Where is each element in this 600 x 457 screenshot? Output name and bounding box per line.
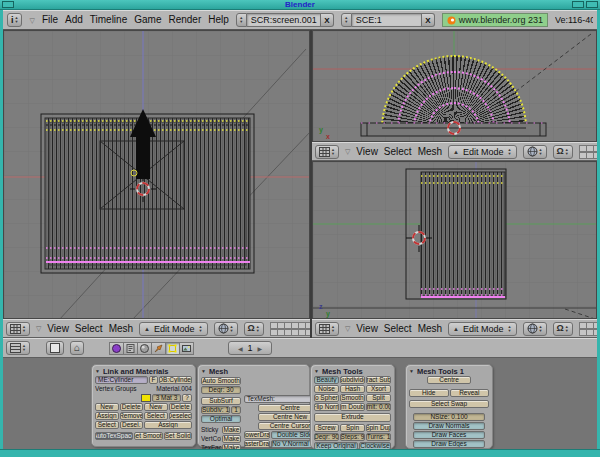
draw-normals-toggle[interactable]: Draw Normals [413,422,485,430]
frame-number-field[interactable]: ◀ 1 ▶ [228,341,272,355]
draw-mode-button[interactable]: ▲▼ [214,322,238,336]
optimal-toggle[interactable]: Optimal [201,415,241,423]
screen-delete-button[interactable]: X [321,13,334,27]
editing-context-button[interactable] [165,342,180,355]
beauty-toggle[interactable]: Beauty [314,376,339,384]
menu-file[interactable]: File [42,15,58,25]
draw-faces-toggle[interactable]: Draw Faces [413,431,485,439]
pivot-button[interactable]: Ω ▲▼ [553,145,573,159]
nsize-field[interactable]: NSize: 0.100 [413,413,485,421]
material-deselect-button[interactable]: Deselect [169,412,193,420]
home-button[interactable]: ⌂ [70,341,84,355]
menu-render[interactable]: Render [168,15,201,25]
fake-user-button[interactable]: F [149,376,158,384]
viewport-front[interactable] [3,30,310,319]
keep-original-toggle[interactable]: Keep Original [314,442,358,449]
logic-context-button[interactable] [109,342,124,355]
set-solid-button[interactable]: Set Solid [164,432,193,440]
limit-field[interactable]: Limit: 0.001 [366,403,391,411]
set-smooth-button[interactable]: Set Smooth [134,432,163,440]
maximize-button[interactable] [586,1,598,8]
to-sphere-button[interactable]: To Sphere [314,394,339,402]
menu-mesh[interactable]: Mesh [418,323,442,334]
menu-view[interactable]: View [47,323,69,334]
vgroup-new-button[interactable]: New [95,403,119,411]
material-select-button[interactable]: Select [144,412,168,420]
material-index-field[interactable]: 3 Mat 3 [152,394,181,402]
menu-select[interactable]: Select [384,323,412,334]
menu-view[interactable]: View [356,323,378,334]
faster-draw-button[interactable]: FasterDraw [244,440,270,448]
vgroup-assign-button[interactable]: Assign [95,412,119,420]
panel-collapse-icon[interactable]: ▼ [201,369,206,374]
panel-title[interactable]: Mesh [209,367,228,376]
scene-name-field[interactable]: SCE:1 [352,13,422,27]
panel-title[interactable]: Link and Materials [103,367,168,376]
rem-doubles-button[interactable]: Rem Doubles [340,403,365,411]
noise-button[interactable]: Noise [314,385,339,393]
xsort-button[interactable]: Xsort [366,385,391,393]
material-color-swatch[interactable] [141,394,151,402]
subdiv-field[interactable]: Subdiv: 1 [201,406,230,414]
frame-next-icon[interactable]: ▶ [258,345,263,352]
panel-title[interactable]: Mesh Tools [322,367,363,376]
panel-collapse-icon[interactable]: ▼ [314,369,319,374]
clockwise-toggle[interactable]: Clockwise [359,442,391,449]
menu-select[interactable]: Select [384,146,412,157]
screen-name-field[interactable]: SCR:screen.001 [247,13,321,27]
buttons-workspace[interactable]: ▼ Link and Materials ME:Cylinder F OB:Cy… [3,358,597,449]
mode-dropdown[interactable]: ▲ Edit Mode ▲▼ [139,322,207,336]
menu-timeline[interactable]: Timeline [90,15,127,25]
centre-button[interactable]: Centre [427,376,471,384]
buttons-window-type-button[interactable]: ▲▼ [6,341,30,355]
slower-draw-button[interactable]: SlowerDraw [244,431,270,439]
viewport-type-button[interactable]: ▲▼ [315,145,339,159]
hash-button[interactable]: Hash [340,385,365,393]
window-border-bottom[interactable] [0,449,600,457]
screw-button[interactable]: Screw [314,424,339,432]
reveal-button[interactable]: Reveal [450,389,490,397]
material-new-button[interactable]: New [144,403,168,411]
split-button[interactable]: Split [366,394,391,402]
menu-add[interactable]: Add [65,15,83,25]
mode-dropdown[interactable]: ▲ Edit Mode ▲▼ [448,322,516,336]
steps-field[interactable]: Steps: 9 [340,433,365,441]
spin-button[interactable]: Spin [340,424,365,432]
viewport-top[interactable]: y x [312,30,597,142]
smooth-button[interactable]: Smooth [340,394,365,402]
vgroup-delete-button[interactable]: Delete [120,403,144,411]
mesh-name-field[interactable]: ME:Cylinder [95,376,148,384]
scene-browse-icon[interactable]: ▲▼ [341,13,352,27]
auto-smooth-toggle[interactable]: Auto Smooth [201,377,241,385]
viewport-type-button[interactable]: ▲▼ [6,322,30,336]
header-collapse-icon[interactable]: ▽ [345,325,350,332]
vgroup-select-button[interactable]: Select [95,421,119,429]
panel-collapse-icon[interactable]: ▼ [409,369,414,374]
material-assign-button[interactable]: Assign [144,421,192,429]
draw-edges-toggle[interactable]: Draw Edges [413,440,485,448]
draw-mode-button[interactable]: ▲▼ [523,322,547,336]
frame-prev-icon[interactable]: ◀ [238,345,243,352]
menu-game[interactable]: Game [134,15,161,25]
subdivide-button[interactable]: Subdivide [340,376,365,384]
subdiv-render-field[interactable]: 1 [231,406,241,414]
object-context-button[interactable] [151,342,166,355]
extrude-button[interactable]: Extrude [314,413,391,422]
menu-help[interactable]: Help [208,15,229,25]
vgroup-desel-button[interactable]: Desel. [120,421,144,429]
vertcol-make-button[interactable]: Make [222,435,241,443]
degr-field[interactable]: Degr: 30 [201,386,241,394]
layer-buttons[interactable] [579,145,597,159]
header-collapse-icon[interactable]: ▽ [36,325,41,332]
spin-dup-button[interactable]: Spin Dup [366,424,391,432]
sticky-make-button[interactable]: Make [222,426,241,434]
mode-dropdown[interactable]: ▲ Edit Mode ▲▼ [448,145,516,159]
menu-mesh[interactable]: Mesh [109,323,133,334]
pivot-button[interactable]: Ω ▲▼ [553,322,573,336]
layer-buttons[interactable] [270,322,310,336]
select-swap-button[interactable]: Select Swap [409,400,489,408]
vgroup-remove-button[interactable]: Remove [120,412,144,420]
area-divider[interactable] [310,30,312,338]
degr-field[interactable]: Degr: 90 [314,433,339,441]
pivot-button[interactable]: Ω ▲▼ [244,322,264,336]
